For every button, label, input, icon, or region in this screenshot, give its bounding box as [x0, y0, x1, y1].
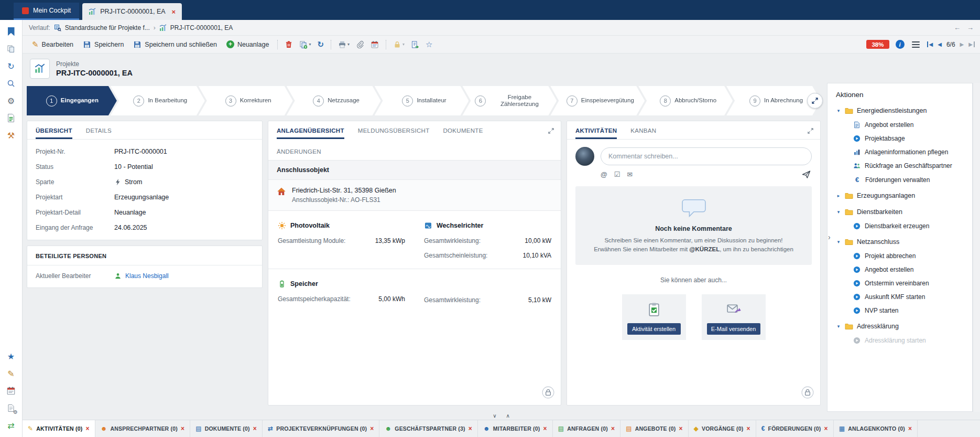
bottom-tab-anlagenkonto[interactable]: ▦ ANLAGENKONTO (0) ×: [834, 420, 918, 437]
favorite-button[interactable]: ☆: [423, 38, 435, 50]
workflow-step-korrekturen[interactable]: 3 Korrekturen: [199, 86, 293, 115]
search-icon[interactable]: [6, 78, 16, 89]
tab-meldungsuebersicht[interactable]: MELDUNGSÜBERSICHT: [358, 127, 430, 139]
bookmark-icon[interactable]: [6, 26, 16, 37]
previous-record-icon[interactable]: ◀: [938, 41, 942, 47]
bottom-tab-aktivitaeten[interactable]: ✎ AKTIVITÄTEN (0) ×: [23, 420, 95, 437]
create-activity-button[interactable]: Aktivität erstellen: [627, 323, 681, 335]
close-icon[interactable]: ×: [85, 425, 89, 432]
tab-anlagenuebersicht[interactable]: ANLAGENÜBERSICHT: [277, 127, 344, 139]
tab-dokumente[interactable]: DOKUMENTE: [443, 127, 483, 139]
document-settings-icon[interactable]: ⚙: [6, 403, 16, 413]
close-icon[interactable]: ×: [679, 425, 682, 432]
mention-icon[interactable]: @: [601, 170, 607, 178]
workflow-step-in-bearbeitung[interactable]: 2 In Bearbeitung: [111, 86, 205, 115]
action-angebot-erstellen-netz[interactable]: Angebot erstellen: [853, 266, 964, 273]
progress-badge[interactable]: 38%: [866, 40, 889, 49]
person-link[interactable]: Klaus Nesbigall: [125, 272, 169, 280]
create-activity-card[interactable]: Aktivität erstellen: [622, 294, 686, 340]
workflow-step-eingegangen[interactable]: 1 Eingegangen: [27, 86, 117, 115]
dock-back-icon[interactable]: ←: [954, 24, 961, 31]
bottom-tab-foerderungen[interactable]: € FÖRDERUNGEN (0) ×: [756, 420, 834, 437]
bottom-tab-anfragen[interactable]: ▤ ANFRAGEN (0) ×: [553, 420, 620, 437]
action-rueckfrage-geschaeftspartner[interactable]: Rückfrage an Geschäftspartner: [853, 162, 964, 169]
save-button[interactable]: Speichern: [79, 38, 128, 51]
close-icon[interactable]: ×: [370, 425, 374, 432]
action-group-dienstbarkeiten[interactable]: ▾ Dienstbarkeiten: [836, 208, 964, 216]
send-email-button[interactable]: E-Mail versenden: [707, 323, 760, 335]
tab-uebersicht[interactable]: ÜBERSICHT: [36, 127, 72, 139]
tab-details[interactable]: DETAILS: [86, 127, 112, 139]
workflow-step-einspeiseverguetung[interactable]: 7 Einspeisevergütung: [550, 86, 645, 115]
collapse-up-icon[interactable]: ∧: [506, 413, 510, 419]
action-group-erzeugungsanlagen[interactable]: ▸ Erzeugungsanlagen: [836, 191, 964, 200]
lock-button[interactable]: ▾: [390, 38, 407, 51]
breadcrumb-item-search[interactable]: Standardsuche für Projekte f...: [65, 24, 150, 31]
collapse-actions-icon[interactable]: ›: [828, 233, 831, 241]
action-dienstbarkeit-erzeugen[interactable]: Dienstbarkeit erzeugen: [853, 222, 964, 230]
action-auskunft-kmf-starten[interactable]: Auskunft KMF starten: [853, 293, 964, 301]
close-icon[interactable]: ×: [746, 425, 750, 432]
panel-lock-icon[interactable]: [801, 386, 814, 399]
bottom-tab-ansprechpartner[interactable]: ☻ ANSPRECHPARTNER (0) ×: [95, 420, 191, 437]
last-record-icon[interactable]: ▶: [968, 41, 975, 47]
panel-lock-icon[interactable]: [542, 386, 554, 399]
copy-pages-icon[interactable]: [6, 44, 16, 54]
tab-aktivitaeten[interactable]: AKTIVITÄTEN: [575, 127, 617, 139]
action-group-adressklaerung[interactable]: ▾ Adressklärung: [836, 322, 964, 331]
action-anlageninformationen-pflegen[interactable]: Anlageninformationen pflegen: [853, 148, 964, 156]
action-group-energiedienstleistungen[interactable]: ▾ Energiedienstleistungen: [836, 106, 964, 115]
expand-panel-icon[interactable]: [807, 127, 814, 134]
close-tab-icon[interactable]: ×: [172, 8, 176, 16]
anschlussobjekt-address[interactable]: Friedrich-List-Str. 31, 35398 Gießen Ans…: [268, 180, 561, 211]
action-projektabsage[interactable]: Projektabsage: [853, 135, 964, 142]
favorites-view-icon[interactable]: ★: [6, 351, 16, 361]
notes-icon[interactable]: ✎: [6, 368, 16, 379]
close-icon[interactable]: ×: [469, 425, 472, 432]
close-icon[interactable]: ×: [611, 425, 615, 432]
export-button[interactable]: [408, 38, 422, 51]
bottom-tab-projekteverknuepfungen[interactable]: ⇄ PROJEKTEVERKNÜPFUNGEN (0) ×: [263, 420, 380, 437]
next-record-icon[interactable]: ▶: [960, 41, 964, 47]
close-icon[interactable]: ×: [181, 425, 184, 432]
tab-aenderungen[interactable]: ÄNDERUNGEN: [277, 148, 321, 160]
bottom-tab-dokumente[interactable]: ▤ DOKUMENTE (0) ×: [190, 420, 263, 437]
workflow-step-freigabe-zaehlersetzung[interactable]: 6 Freigabe Zählersetzung: [462, 86, 557, 115]
collapse-down-icon[interactable]: ∨: [493, 413, 496, 419]
tab-kanban[interactable]: KANBAN: [630, 127, 656, 139]
tab-project[interactable]: PRJ-ITC-0000001, EA ×: [82, 3, 182, 20]
close-icon[interactable]: ×: [253, 425, 257, 432]
send-icon[interactable]: [802, 170, 811, 179]
spreadsheet-icon[interactable]: [6, 113, 16, 123]
action-group-netzanschluss[interactable]: ▾ Netzanschluss: [836, 238, 964, 246]
action-nvp-starten[interactable]: NVP starten: [853, 307, 964, 314]
expand-panel-icon[interactable]: [548, 127, 554, 134]
workflow-step-installateur[interactable]: 5 Installateur: [375, 86, 469, 115]
user-avatar[interactable]: [575, 147, 594, 166]
refresh-button[interactable]: ↻: [314, 38, 326, 50]
close-icon[interactable]: ×: [543, 425, 547, 432]
bottom-tab-geschaeftspartner[interactable]: ☻ GESCHÄFTSPARTNER (3) ×: [379, 420, 478, 437]
action-ortstermin-vereinbaren[interactable]: Ortstermin vereinbaren: [853, 280, 964, 287]
workflow-step-abbruch-storno[interactable]: 8 Abbruch/Storno: [638, 86, 733, 115]
settings-gear-icon[interactable]: ⚙: [6, 95, 16, 106]
print-button[interactable]: ▾: [335, 38, 352, 51]
expand-workflow-icon[interactable]: [807, 93, 823, 109]
info-icon[interactable]: i: [896, 40, 905, 49]
history-icon[interactable]: ↻: [6, 61, 16, 71]
scheduler-button[interactable]: [368, 38, 382, 51]
action-angebot-erstellen[interactable]: Angebot erstellen: [853, 121, 964, 129]
tab-mein-cockpit[interactable]: Mein Cockpit: [14, 3, 79, 20]
first-record-icon[interactable]: ◀: [927, 41, 933, 47]
comment-input[interactable]: [601, 147, 812, 165]
bottom-tab-vorgaenge[interactable]: ◆ VORGÄNGE (0) ×: [689, 420, 756, 437]
mail-icon[interactable]: ✉: [627, 170, 633, 178]
send-email-card[interactable]: E-Mail versenden: [702, 294, 766, 340]
save-close-button[interactable]: Speichern und schließen: [129, 38, 221, 51]
delete-button[interactable]: [282, 38, 296, 51]
edit-button[interactable]: ✎ Bearbeiten: [28, 38, 78, 50]
breadcrumb-item-project[interactable]: PRJ-ITC-0000001, EA: [170, 24, 233, 31]
tools-icon[interactable]: ⚒: [6, 130, 16, 141]
action-projekt-abbrechen[interactable]: Projekt abbrechen: [853, 252, 964, 260]
sync-icon[interactable]: ⇄: [6, 420, 16, 431]
